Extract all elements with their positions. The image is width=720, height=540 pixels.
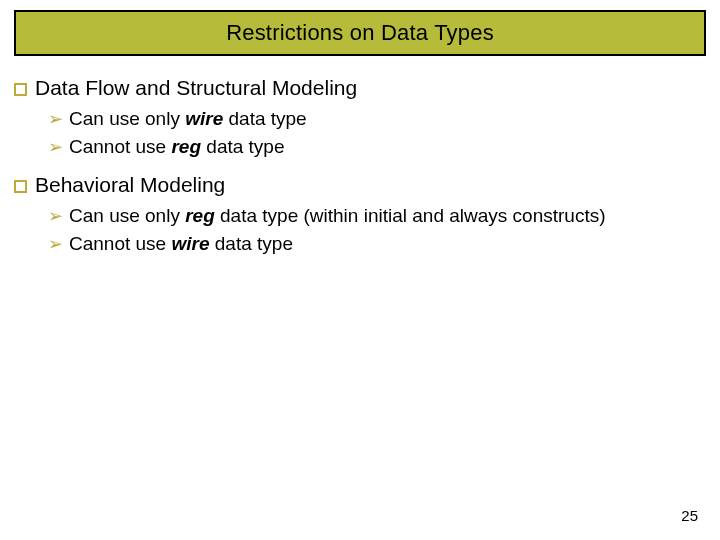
arrow-icon: ➢ — [48, 206, 63, 226]
slide: Restrictions on Data Types Data Flow and… — [0, 0, 720, 540]
item-post: data type — [201, 136, 284, 157]
section-heading-2-text: Behavioral Modeling — [35, 173, 225, 196]
section-heading-1: Data Flow and Structural Modeling — [14, 76, 706, 100]
item-keyword: wire — [171, 233, 209, 254]
square-bullet-icon — [14, 83, 27, 96]
item-keyword: reg — [185, 205, 215, 226]
list-item: ➢Cannot use wire data type — [48, 231, 706, 257]
arrow-icon: ➢ — [48, 137, 63, 157]
square-bullet-icon — [14, 180, 27, 193]
sub-list-2: ➢Can use only reg data type (within init… — [14, 203, 706, 256]
list-item: ➢Can use only reg data type (within init… — [48, 203, 706, 229]
slide-title-bar: Restrictions on Data Types — [14, 10, 706, 56]
arrow-icon: ➢ — [48, 109, 63, 129]
arrow-icon: ➢ — [48, 234, 63, 254]
page-number: 25 — [681, 507, 698, 524]
item-post: data type — [223, 108, 306, 129]
item-keyword: reg — [171, 136, 201, 157]
sub-list-1: ➢Can use only wire data type ➢Cannot use… — [14, 106, 706, 159]
item-pre: Can use only — [69, 108, 185, 129]
item-post: data type (within initial and always con… — [215, 205, 606, 226]
section-heading-2: Behavioral Modeling — [14, 173, 706, 197]
item-pre: Cannot use — [69, 233, 171, 254]
list-item: ➢Cannot use reg data type — [48, 134, 706, 160]
item-post: data type — [210, 233, 293, 254]
list-item: ➢Can use only wire data type — [48, 106, 706, 132]
item-keyword: wire — [185, 108, 223, 129]
slide-content: Data Flow and Structural Modeling ➢Can u… — [14, 56, 706, 257]
section-heading-1-text: Data Flow and Structural Modeling — [35, 76, 357, 99]
slide-title-text: Restrictions on Data Types — [226, 20, 494, 45]
item-pre: Cannot use — [69, 136, 171, 157]
item-pre: Can use only — [69, 205, 185, 226]
